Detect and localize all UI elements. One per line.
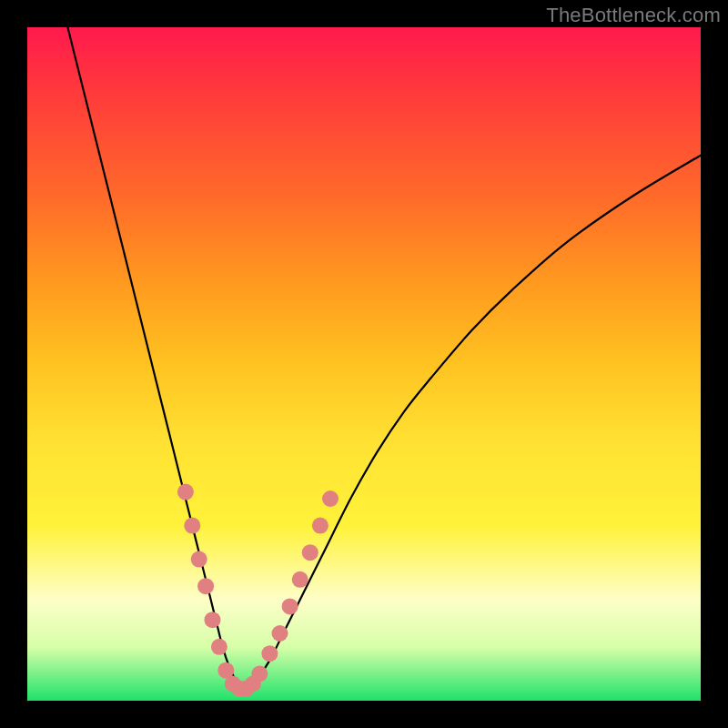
plot-area [27,27,701,701]
data-marker [261,645,278,662]
chart-svg [27,27,701,701]
data-marker [191,551,207,568]
data-marker [292,571,308,588]
data-marker [197,578,214,594]
data-marker [211,639,228,655]
data-marker [322,490,339,507]
watermark-text: TheBottleneck.com [546,4,721,27]
data-marker [205,612,221,628]
data-marker [312,518,329,534]
data-marker [184,518,200,534]
bottleneck-curve [67,27,701,688]
data-marker [302,544,318,561]
data-marker [282,598,298,614]
marker-group [177,484,339,697]
data-marker [272,625,288,642]
data-marker [177,484,194,500]
chart-frame: TheBottleneck.com [0,0,728,728]
data-marker [251,665,268,682]
